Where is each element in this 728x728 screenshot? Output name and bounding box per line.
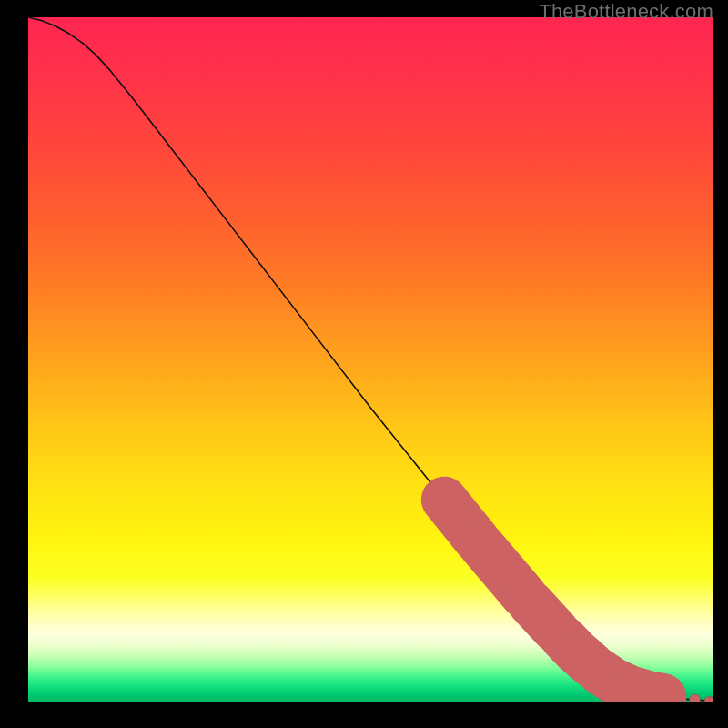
chart-plot-area [28,17,713,702]
svg-rect-0 [28,17,713,702]
svg-line-15 [653,695,663,697]
watermark-text: TheBottleneck.com [539,0,713,24]
